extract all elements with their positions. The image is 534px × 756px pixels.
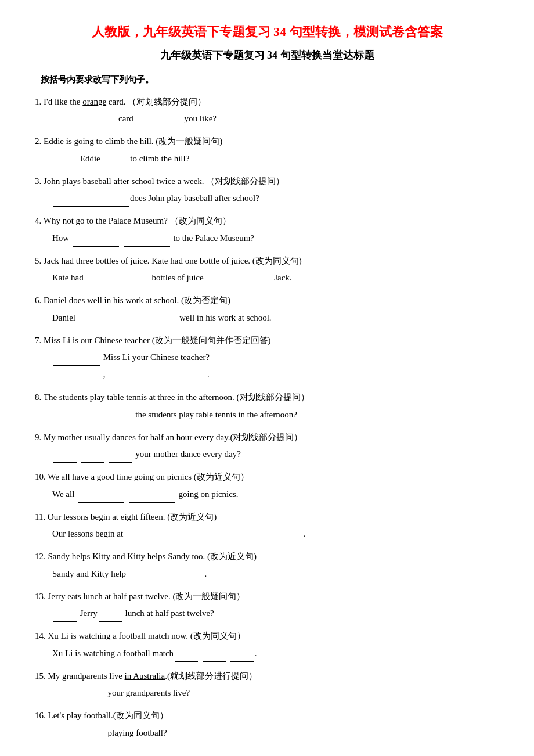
q6-blank2: [129, 316, 176, 326]
q9-blank2: [81, 452, 104, 463]
question-10: 10. We all have a good time going on pic…: [35, 469, 499, 503]
q7-blank4: [160, 373, 206, 383]
q2-blank1: [53, 157, 77, 167]
question-14: 14. Xu Li is watching a football match n…: [35, 628, 499, 662]
q4-blank1: [73, 236, 119, 247]
q7-blank2: [53, 373, 100, 383]
question-1: 1. I'd like the orange card. （对划线部分提问） c…: [35, 93, 499, 128]
question-13: 13. Jerry eats lunch at half past twelve…: [35, 588, 499, 622]
question-3: 3. John plays baseball after school twic…: [35, 173, 499, 207]
q13-blank1: [53, 611, 77, 622]
question-12: 12. Sandy helps Kitty and Kitty helps Sa…: [35, 548, 499, 582]
question-8: 8. The students play table tennis at thr…: [35, 389, 499, 423]
q11-blank1: [127, 532, 173, 542]
q3-blank1: [53, 196, 129, 207]
q16-blank2: [81, 731, 104, 741]
q5-blank2: [207, 276, 270, 286]
questions-container: 1. I'd like the orange card. （对划线部分提问） c…: [35, 93, 499, 741]
q7-blank1: [53, 355, 100, 366]
instruction: 按括号内要求改写下列句子。: [41, 74, 499, 85]
q13-blank2: [99, 611, 122, 622]
q1-blank1: [53, 117, 117, 127]
q11-blank2: [178, 532, 224, 542]
q9-blank3: [109, 452, 132, 463]
q5-blank1: [86, 276, 150, 286]
q14-blank1: [175, 651, 198, 662]
sub-title: 九年级英语下专题复习 34 句型转换当堂达标题: [35, 48, 499, 63]
question-4: 4. Why not go to the Palace Museum? （改为同…: [35, 213, 499, 247]
q8-blank2: [81, 413, 104, 423]
q15-blank1: [53, 691, 77, 701]
q9-blank1: [53, 452, 77, 463]
question-5: 5. Jack had three bottles of juice. Kate…: [35, 253, 499, 287]
q12-blank1: [129, 572, 153, 582]
q8-blank1: [53, 413, 77, 423]
q10-blank2: [129, 492, 175, 503]
question-15: 15. My grandparents live in Australia.(就…: [35, 668, 499, 702]
q1-number: 1. I'd like the orange card. （对划线部分提问）: [35, 97, 206, 106]
q8-blank3: [109, 413, 132, 423]
q16-blank1: [53, 731, 77, 741]
q12-blank2: [157, 572, 204, 582]
question-9: 9. My mother usually dances for half an …: [35, 429, 499, 463]
q11-blank3: [228, 532, 251, 542]
q1-blank2: [135, 117, 181, 127]
question-6: 6. Daniel does well in his work at schoo…: [35, 292, 499, 326]
q2-blank2: [104, 157, 127, 167]
main-title: 人教版，九年级英语下专题复习 34 句型转换，模测试卷含答案: [35, 23, 499, 41]
q6-blank1: [79, 316, 125, 326]
q7-blank3: [109, 373, 155, 383]
question-11: 11. Our lessons begin at eight fifteen. …: [35, 509, 499, 543]
q10-blank1: [78, 492, 124, 503]
question-7: 7. Miss Li is our Chinese teacher (改为一般疑…: [35, 332, 499, 384]
question-16: 16. Let's play football.(改为同义句） playing …: [35, 707, 499, 741]
q14-blank3: [230, 651, 254, 662]
q11-blank4: [256, 532, 302, 542]
q4-blank2: [124, 236, 170, 247]
question-2: 2. Eddie is going to climb the hill. (改为…: [35, 133, 499, 167]
q15-blank2: [81, 691, 104, 701]
q14-blank2: [203, 651, 226, 662]
